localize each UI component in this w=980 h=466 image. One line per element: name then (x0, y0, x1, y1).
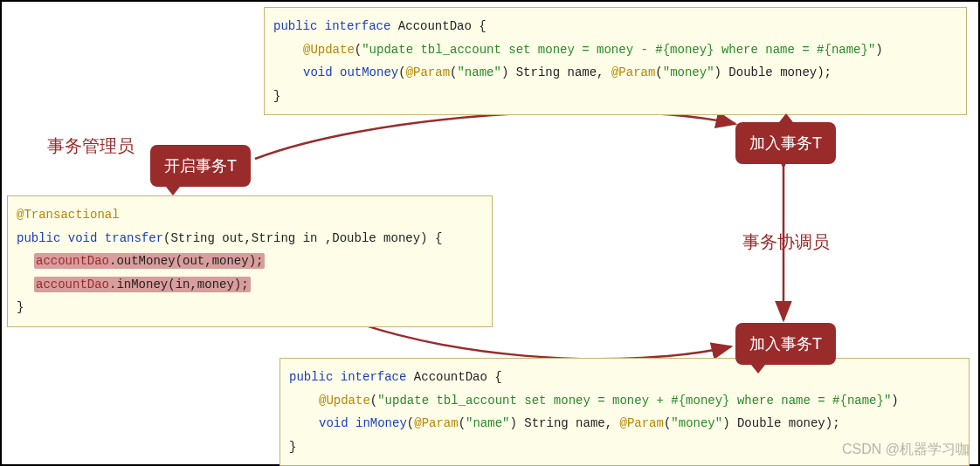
method-call: .inMoney(in,money); (109, 278, 249, 291)
code-line: } (17, 296, 483, 319)
method-name: inMoney (355, 416, 407, 430)
class-name: AccountDao { (398, 19, 487, 33)
keyword: public void (17, 231, 105, 245)
watermark: CSDN @机器学习咖 (842, 441, 970, 459)
string-literal: "name" (457, 65, 500, 79)
code-line: @Update("update tbl_account set money = … (289, 389, 960, 413)
string-literal: "money" (663, 65, 714, 79)
code-line: void inMoney(@Param("name") String name,… (289, 412, 960, 435)
keyword: void (303, 65, 340, 79)
paren: ) (875, 43, 882, 57)
open-transaction-tag: 开启事务T (150, 145, 251, 187)
param: ) Double money); (714, 65, 832, 79)
code-line: accountDao.outMoney(out,money); (17, 250, 483, 273)
annotation: @Transactional (17, 208, 120, 222)
code-line: } (273, 85, 957, 108)
paren: ( (655, 65, 662, 79)
code-line: @Transactional (17, 203, 483, 227)
string-literal: "update tbl_account set money = money + … (377, 394, 891, 408)
object-ref: accountDao (36, 278, 109, 291)
annotation: @Update (319, 394, 370, 408)
string-literal: "money" (671, 416, 722, 430)
param: ) String name, (501, 65, 611, 79)
param: ) Double money); (722, 416, 839, 430)
dao-top-box: public interface AccountDao { @Update("u… (264, 7, 967, 115)
code-line: void outMoney(@Param("name") String name… (273, 61, 957, 85)
manager-label: 事务管理员 (47, 134, 135, 158)
annotation: @Param (620, 416, 664, 430)
diagram-canvas: public interface AccountDao { @Update("u… (0, 0, 980, 466)
class-name: AccountDao { (414, 370, 502, 384)
transfer-box: @Transactional public void transfer(Stri… (7, 195, 493, 327)
coordinator-label: 事务协调员 (742, 230, 830, 254)
annotation: @Param (611, 65, 655, 79)
paren: ( (355, 43, 362, 57)
method-call: .outMoney(out,money); (109, 254, 263, 268)
paren: ( (459, 416, 466, 430)
paren: ( (370, 394, 377, 408)
annotation: @Param (414, 416, 458, 430)
keyword: public interface (289, 370, 414, 384)
code-line: public interface AccountDao { (273, 15, 957, 38)
keyword: void (319, 416, 355, 430)
annotation: @Param (406, 65, 450, 79)
join-transaction-tag-1: 加入事务T (735, 122, 836, 164)
method-name: transfer (105, 231, 163, 245)
paren: ( (407, 416, 414, 430)
code-line: accountDao.inMoney(in,money); (17, 273, 483, 297)
highlighted-call: accountDao.outMoney(out,money); (34, 253, 265, 269)
annotation: @Update (303, 43, 355, 57)
code-line: @Update("update tbl_account set money = … (273, 38, 957, 62)
params: (String out,String in ,Double money) { (163, 231, 442, 245)
keyword: public interface (273, 19, 398, 33)
object-ref: accountDao (36, 254, 109, 268)
highlighted-call: accountDao.inMoney(in,money); (34, 277, 251, 292)
string-literal: "name" (466, 416, 509, 430)
code-line: public interface AccountDao { (289, 366, 960, 389)
code-line: public void transfer(String out,String i… (17, 227, 483, 250)
paren: ) (891, 394, 898, 408)
param: ) String name, (509, 416, 619, 430)
join-transaction-tag-2: 加入事务T (735, 323, 836, 365)
paren: ( (398, 65, 405, 79)
string-literal: "update tbl_account set money = money - … (362, 43, 875, 57)
method-name: outMoney (340, 65, 398, 79)
